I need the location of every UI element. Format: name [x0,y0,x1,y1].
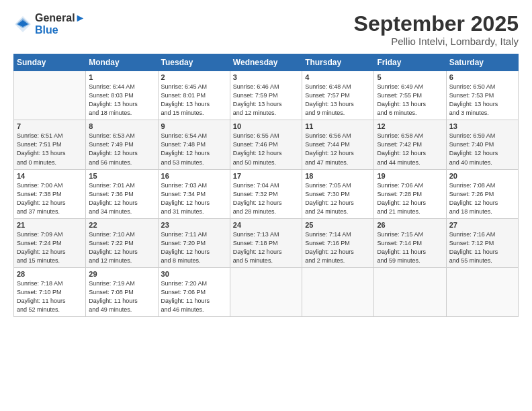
page: General► Blue September 2025 Pellio Inte… [0,0,532,411]
calendar-day [302,267,374,316]
calendar-day [230,267,302,316]
day-number: 6 [449,73,515,81]
day-number: 12 [377,122,443,130]
header-row: Sunday Monday Tuesday Wednesday Thursday… [14,54,519,71]
day-number: 26 [377,221,443,229]
day-info: Sunrise: 7:10 AM Sunset: 7:22 PM Dayligh… [89,230,154,265]
day-number: 21 [17,221,83,229]
calendar-day: 4Sunrise: 6:48 AM Sunset: 7:57 PM Daylig… [302,71,374,120]
calendar-day: 12Sunrise: 6:58 AM Sunset: 7:42 PM Dayli… [374,120,446,169]
day-info: Sunrise: 7:08 AM Sunset: 7:26 PM Dayligh… [449,181,515,216]
day-info: Sunrise: 7:06 AM Sunset: 7:28 PM Dayligh… [377,181,443,216]
calendar-week-2: 7Sunrise: 6:51 AM Sunset: 7:51 PM Daylig… [14,120,519,169]
calendar-day: 2Sunrise: 6:45 AM Sunset: 8:01 PM Daylig… [158,71,230,120]
day-info: Sunrise: 7:05 AM Sunset: 7:30 PM Dayligh… [305,181,371,216]
day-info: Sunrise: 6:54 AM Sunset: 7:48 PM Dayligh… [161,132,227,167]
day-number: 17 [233,172,299,180]
day-info: Sunrise: 7:19 AM Sunset: 7:08 PM Dayligh… [89,279,154,314]
calendar-day: 11Sunrise: 6:56 AM Sunset: 7:44 PM Dayli… [302,120,374,169]
calendar-week-1: 1Sunrise: 6:44 AM Sunset: 8:03 PM Daylig… [14,71,519,120]
calendar-day: 5Sunrise: 6:49 AM Sunset: 7:55 PM Daylig… [374,71,446,120]
day-number: 19 [377,172,443,180]
calendar-week-5: 28Sunrise: 7:18 AM Sunset: 7:10 PM Dayli… [14,267,519,316]
calendar-day: 20Sunrise: 7:08 AM Sunset: 7:26 PM Dayli… [446,169,518,218]
day-info: Sunrise: 6:45 AM Sunset: 8:01 PM Dayligh… [161,83,227,118]
calendar-day: 14Sunrise: 7:00 AM Sunset: 7:38 PM Dayli… [14,169,86,218]
header: General► Blue September 2025 Pellio Inte… [13,12,519,47]
col-sunday: Sunday [14,54,86,71]
day-number: 30 [161,270,227,278]
day-number: 23 [161,221,227,229]
calendar-day: 30Sunrise: 7:20 AM Sunset: 7:06 PM Dayli… [158,267,230,316]
col-saturday: Saturday [446,54,518,71]
day-info: Sunrise: 6:51 AM Sunset: 7:51 PM Dayligh… [17,132,83,167]
calendar-day: 27Sunrise: 7:16 AM Sunset: 7:12 PM Dayli… [446,218,518,267]
calendar-day: 29Sunrise: 7:19 AM Sunset: 7:08 PM Dayli… [86,267,158,316]
day-info: Sunrise: 7:16 AM Sunset: 7:12 PM Dayligh… [449,230,515,265]
day-info: Sunrise: 7:01 AM Sunset: 7:36 PM Dayligh… [89,181,154,216]
day-number: 24 [233,221,299,229]
calendar-day: 10Sunrise: 6:55 AM Sunset: 7:46 PM Dayli… [230,120,302,169]
title-block: September 2025 Pellio Intelvi, Lombardy,… [354,12,519,47]
calendar-day: 25Sunrise: 7:14 AM Sunset: 7:16 PM Dayli… [302,218,374,267]
calendar-week-3: 14Sunrise: 7:00 AM Sunset: 7:38 PM Dayli… [14,169,519,218]
calendar-day [14,71,86,120]
day-number: 7 [17,122,83,130]
day-number: 25 [305,221,371,229]
day-number: 3 [233,73,299,81]
day-info: Sunrise: 6:50 AM Sunset: 7:53 PM Dayligh… [449,83,515,118]
day-info: Sunrise: 7:00 AM Sunset: 7:38 PM Dayligh… [17,181,83,216]
day-info: Sunrise: 6:58 AM Sunset: 7:42 PM Dayligh… [377,132,443,167]
day-number: 4 [305,73,371,81]
logo-text: General► Blue [35,12,85,36]
calendar-day: 17Sunrise: 7:04 AM Sunset: 7:32 PM Dayli… [230,169,302,218]
col-monday: Monday [86,54,158,71]
day-info: Sunrise: 7:03 AM Sunset: 7:34 PM Dayligh… [161,181,227,216]
day-number: 13 [449,122,515,130]
calendar-day: 16Sunrise: 7:03 AM Sunset: 7:34 PM Dayli… [158,169,230,218]
day-number: 20 [449,172,515,180]
day-number: 28 [17,270,83,278]
col-thursday: Thursday [302,54,374,71]
logo: General► Blue [13,12,85,36]
calendar-week-4: 21Sunrise: 7:09 AM Sunset: 7:24 PM Dayli… [14,218,519,267]
calendar-day: 24Sunrise: 7:13 AM Sunset: 7:18 PM Dayli… [230,218,302,267]
day-info: Sunrise: 6:56 AM Sunset: 7:44 PM Dayligh… [305,132,371,167]
day-number: 2 [161,73,227,81]
day-number: 27 [449,221,515,229]
calendar-day: 1Sunrise: 6:44 AM Sunset: 8:03 PM Daylig… [86,71,158,120]
calendar-day: 9Sunrise: 6:54 AM Sunset: 7:48 PM Daylig… [158,120,230,169]
calendar-day: 3Sunrise: 6:46 AM Sunset: 7:59 PM Daylig… [230,71,302,120]
calendar-day: 22Sunrise: 7:10 AM Sunset: 7:22 PM Dayli… [86,218,158,267]
calendar-day: 28Sunrise: 7:18 AM Sunset: 7:10 PM Dayli… [14,267,86,316]
day-info: Sunrise: 6:49 AM Sunset: 7:55 PM Dayligh… [377,83,443,118]
day-number: 1 [89,73,154,81]
day-info: Sunrise: 7:09 AM Sunset: 7:24 PM Dayligh… [17,230,83,265]
calendar-day: 7Sunrise: 6:51 AM Sunset: 7:51 PM Daylig… [14,120,86,169]
day-info: Sunrise: 7:20 AM Sunset: 7:06 PM Dayligh… [161,279,227,314]
day-info: Sunrise: 7:13 AM Sunset: 7:18 PM Dayligh… [233,230,299,265]
day-number: 16 [161,172,227,180]
day-info: Sunrise: 6:55 AM Sunset: 7:46 PM Dayligh… [233,132,299,167]
calendar-day: 26Sunrise: 7:15 AM Sunset: 7:14 PM Dayli… [374,218,446,267]
day-info: Sunrise: 6:48 AM Sunset: 7:57 PM Dayligh… [305,83,371,118]
day-info: Sunrise: 7:04 AM Sunset: 7:32 PM Dayligh… [233,181,299,216]
day-number: 5 [377,73,443,81]
calendar-day: 15Sunrise: 7:01 AM Sunset: 7:36 PM Dayli… [86,169,158,218]
calendar-day [374,267,446,316]
day-info: Sunrise: 6:44 AM Sunset: 8:03 PM Dayligh… [89,83,154,118]
day-info: Sunrise: 6:59 AM Sunset: 7:40 PM Dayligh… [449,132,515,167]
day-number: 9 [161,122,227,130]
day-number: 10 [233,122,299,130]
day-number: 18 [305,172,371,180]
calendar-day: 8Sunrise: 6:53 AM Sunset: 7:49 PM Daylig… [86,120,158,169]
calendar-day: 21Sunrise: 7:09 AM Sunset: 7:24 PM Dayli… [14,218,86,267]
day-number: 15 [89,172,154,180]
col-friday: Friday [374,54,446,71]
day-info: Sunrise: 6:53 AM Sunset: 7:49 PM Dayligh… [89,132,154,167]
calendar-day: 13Sunrise: 6:59 AM Sunset: 7:40 PM Dayli… [446,120,518,169]
day-info: Sunrise: 7:15 AM Sunset: 7:14 PM Dayligh… [377,230,443,265]
calendar-day [446,267,518,316]
day-info: Sunrise: 6:46 AM Sunset: 7:59 PM Dayligh… [233,83,299,118]
day-number: 8 [89,122,154,130]
